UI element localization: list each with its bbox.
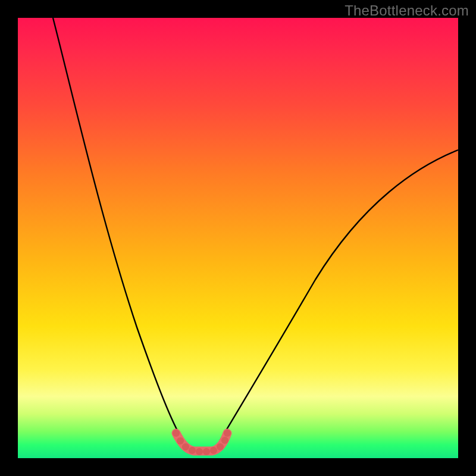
svg-point-1	[177, 437, 184, 444]
curve-layer	[18, 18, 458, 458]
svg-point-7	[217, 443, 224, 450]
svg-point-8	[221, 437, 228, 444]
svg-point-2	[182, 443, 189, 450]
watermark-text: TheBottleneck.com	[345, 2, 469, 19]
svg-point-4	[196, 448, 203, 455]
chart-frame: TheBottleneck.com	[0, 0, 476, 476]
svg-point-9	[224, 430, 231, 437]
plot-area	[18, 18, 458, 458]
svg-point-6	[210, 447, 217, 454]
left-branch-path	[53, 18, 183, 440]
trough-dots	[173, 430, 231, 455]
right-branch-path	[220, 150, 458, 440]
svg-point-5	[203, 448, 210, 455]
svg-point-0	[173, 430, 180, 437]
svg-point-3	[189, 447, 196, 454]
